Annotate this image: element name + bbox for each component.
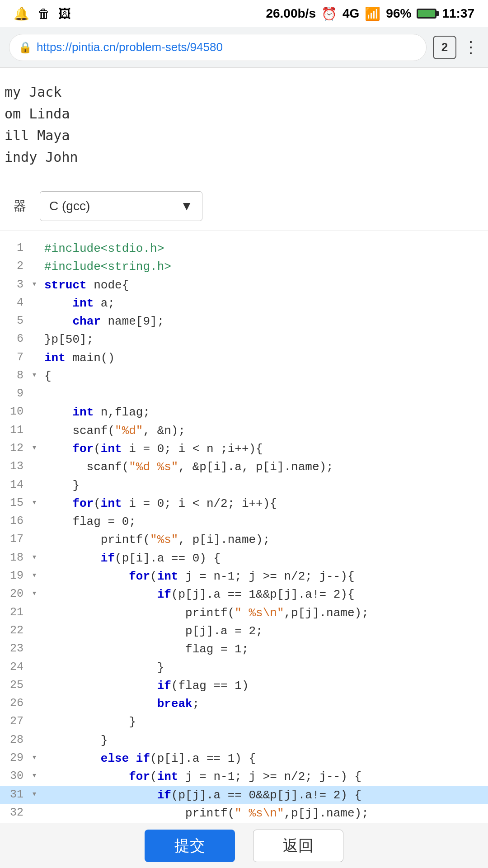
fold-arrow	[32, 531, 44, 532]
fold-arrow	[32, 403, 44, 404]
fold-arrow[interactable]: ▾	[32, 786, 44, 801]
fold-arrow	[32, 677, 44, 678]
browser-bar: 🔒 https://pintia.cn/problem-sets/94580 2…	[0, 27, 488, 68]
code-line-2: 2 #include<string.h>	[0, 258, 488, 276]
fold-arrow	[32, 312, 44, 313]
fold-arrow	[32, 240, 44, 241]
line-number: 23	[0, 640, 32, 658]
code-line-13: 13 scanf("%d %s", &p[i].a, p[i].name);	[0, 458, 488, 476]
fold-arrow[interactable]: ▾	[32, 440, 44, 455]
compiler-row: 器 C (gcc) ▼	[0, 182, 488, 231]
fold-arrow[interactable]: ▾	[32, 495, 44, 509]
code-content: }p[50];	[44, 330, 488, 349]
fold-arrow[interactable]: ▾	[32, 750, 44, 764]
time-display: 11:37	[442, 6, 474, 21]
back-button[interactable]: 返回	[253, 830, 343, 862]
fold-arrow[interactable]: ▾	[32, 367, 44, 382]
compiler-select[interactable]: C (gcc) ▼	[40, 191, 202, 221]
line-number: 22	[0, 622, 32, 640]
code-line-20: 20 ▾ if(p[j].a == 1&&p[j].a!= 2){	[0, 585, 488, 604]
code-line-29: 29 ▾ else if(p[i].a == 1) {	[0, 750, 488, 768]
code-content: scanf("%d %s", &p[i].a, p[i].name);	[44, 458, 488, 476]
line-number: 6	[0, 330, 32, 348]
code-content: }	[44, 731, 488, 750]
lock-icon: 🔒	[19, 41, 32, 54]
line-number: 7	[0, 349, 32, 367]
line-number: 26	[0, 695, 32, 712]
line-number: 29	[0, 750, 32, 767]
compiler-value: C (gcc)	[49, 199, 90, 213]
code-line-6: 6 }p[50];	[0, 330, 488, 349]
text-snippet: my Jack om Linda ill Maya indy John	[0, 77, 488, 182]
line-number: 20	[0, 585, 32, 603]
code-content: struct node{	[44, 276, 488, 294]
code-line-27: 27 }	[0, 713, 488, 731]
submit-button[interactable]: 提交	[145, 830, 235, 862]
snippet-line-1: my Jack	[5, 81, 474, 103]
speed-indicator: 26.00b/s	[266, 6, 316, 21]
line-number: 2	[0, 258, 32, 275]
code-content: char name[9];	[44, 312, 488, 330]
code-line-24: 24 }	[0, 659, 488, 677]
bottom-bar: 提交 返回	[0, 823, 488, 868]
code-content: int a;	[44, 294, 488, 312]
code-content: printf(" %s\n",p[j].name);	[44, 604, 488, 622]
fold-arrow[interactable]: ▾	[32, 276, 44, 291]
fold-arrow	[32, 695, 44, 696]
fold-arrow	[32, 640, 44, 641]
code-content: #include<string.h>	[44, 258, 488, 276]
line-number: 13	[0, 458, 32, 476]
line-number: 31	[0, 786, 32, 804]
fold-arrow	[32, 476, 44, 477]
code-content: p[j].a = 2;	[44, 622, 488, 640]
code-line-5: 5 char name[9];	[0, 312, 488, 330]
line-number: 19	[0, 567, 32, 585]
trash-icon: 🗑	[38, 6, 50, 21]
line-number: 25	[0, 677, 32, 694]
tab-count[interactable]: 2	[433, 36, 456, 59]
code-line-21: 21 printf(" %s\n",p[j].name);	[0, 604, 488, 622]
line-number: 18	[0, 549, 32, 567]
fold-arrow[interactable]: ▾	[32, 768, 44, 783]
fold-arrow	[32, 604, 44, 605]
compiler-label: 器	[14, 198, 26, 215]
url-bar[interactable]: 🔒 https://pintia.cn/problem-sets/94580	[9, 34, 427, 61]
code-content: int main()	[44, 349, 488, 367]
fold-arrow[interactable]: ▾	[32, 585, 44, 600]
status-bar-left: 🔔 🗑 🖼	[14, 6, 71, 21]
snippet-line-4: indy John	[5, 146, 474, 168]
snippet-line-3: ill Maya	[5, 125, 474, 146]
code-line-22: 22 p[j].a = 2;	[0, 622, 488, 640]
menu-dots-icon[interactable]: ⋮	[463, 38, 479, 57]
line-number: 3	[0, 276, 32, 294]
code-line-12: 12 ▾ for(int i = 0; i < n ;i++){	[0, 440, 488, 458]
alarm-icon: ⏰	[321, 6, 337, 21]
code-line-25: 25 if(flag == 1)	[0, 677, 488, 695]
code-content: }	[44, 659, 488, 677]
code-line-8: 8 ▾ {	[0, 367, 488, 385]
code-content: printf(" %s\n",p[j].name);	[44, 804, 488, 822]
code-content: else if(p[i].a == 1) {	[44, 750, 488, 768]
fold-arrow	[32, 349, 44, 350]
code-line-1: 1 #include<stdio.h>	[0, 240, 488, 258]
fold-arrow	[32, 330, 44, 331]
snippet-line-2: om Linda	[5, 103, 474, 125]
status-bar-right: 26.00b/s ⏰ 4G 📶 96% 11:37	[266, 6, 474, 21]
line-number: 12	[0, 440, 32, 458]
line-number: 15	[0, 495, 32, 512]
signal-icon: 📶	[365, 6, 380, 21]
line-number: 32	[0, 804, 32, 822]
line-number: 1	[0, 240, 32, 257]
fold-arrow	[32, 622, 44, 623]
code-content: scanf("%d", &n);	[44, 422, 488, 440]
fold-arrow[interactable]: ▾	[32, 549, 44, 564]
content-area: my Jack om Linda ill Maya indy John 器 C …	[0, 68, 488, 831]
code-content: if(p[i].a == 0) {	[44, 549, 488, 567]
code-content: flag = 1;	[44, 640, 488, 658]
fold-arrow	[32, 458, 44, 459]
code-line-4: 4 int a;	[0, 294, 488, 312]
line-number: 10	[0, 403, 32, 421]
code-line-10: 10 int n,flag;	[0, 403, 488, 421]
fold-arrow[interactable]: ▾	[32, 567, 44, 582]
code-content: for(int j = n-1; j >= n/2; j--){	[44, 567, 488, 585]
